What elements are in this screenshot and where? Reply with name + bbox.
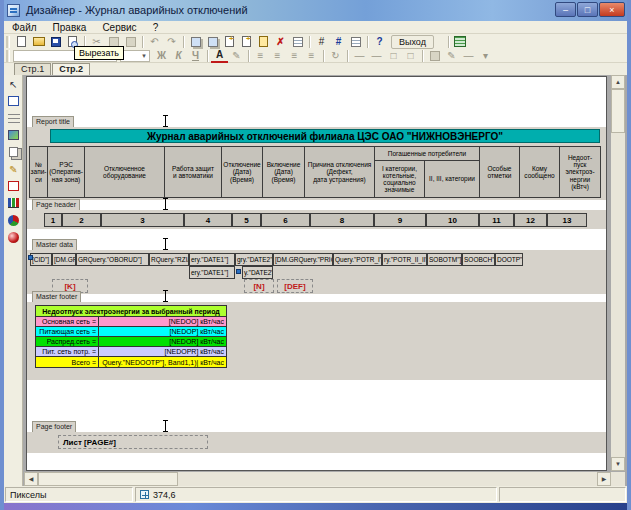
field-cell-nedootp[interactable]: DOOTP"]	[495, 253, 523, 266]
field-cell-date1[interactable]: ery."DATE1"]	[189, 253, 235, 266]
field-cell-oborud[interactable]: GRQuery."OBORUD"]	[76, 253, 149, 266]
page-footer-cell[interactable]: Лист [PAGE#]	[58, 435, 208, 449]
add-page-button[interactable]	[238, 35, 255, 49]
band-handle[interactable]	[162, 420, 169, 432]
close-button[interactable]: ×	[599, 2, 625, 17]
field-cell-time1[interactable]: ery."DATE1"]	[189, 266, 235, 279]
redo-button[interactable]: ↷	[163, 35, 180, 49]
data-dictionary-button[interactable]	[452, 35, 469, 49]
richtext-object-button[interactable]	[5, 178, 22, 194]
scroll-left-icon[interactable]: ◀	[24, 472, 38, 486]
align-right-button[interactable]: ≡	[286, 49, 303, 63]
frame-none-button[interactable]: □	[402, 49, 419, 63]
menu-help[interactable]: ?	[145, 22, 167, 33]
field-cell-n[interactable]: [N]	[244, 279, 274, 293]
line-style-button[interactable]: —	[460, 49, 477, 63]
minimize-button[interactable]: –	[555, 2, 576, 17]
header-cell-reported[interactable]: Кому сообщено	[519, 146, 560, 198]
field-cell-cid[interactable]: [CID"]	[30, 253, 52, 266]
subreport-object-button[interactable]	[5, 144, 22, 160]
number-cell[interactable]: 8	[310, 213, 374, 227]
number-cell[interactable]: 11	[479, 213, 514, 227]
exit-button[interactable]: Выход	[391, 35, 434, 49]
align-justify-button[interactable]: ≡	[303, 49, 320, 63]
line-color-button[interactable]: ✎	[443, 49, 460, 63]
header-cell-off[interactable]: Отключение (Дата) (Время)	[221, 146, 263, 198]
band-tab-page-footer[interactable]: Page footer	[32, 421, 76, 432]
frame-width-dropdown[interactable]: ▾	[477, 49, 494, 63]
horizontal-scrollbar[interactable]: ◀ ▶	[24, 472, 611, 486]
horizontal-scroll-thumb[interactable]	[38, 472, 178, 486]
align-center-button[interactable]: ≡	[269, 49, 286, 63]
header-cell-protection[interactable]: Работа защит и автоматики	[164, 146, 222, 198]
tab-page1[interactable]: Стр.1	[14, 63, 51, 75]
fill-color-button[interactable]	[426, 49, 443, 63]
open-report-button[interactable]	[30, 35, 47, 49]
undo-button[interactable]: ↶	[146, 35, 163, 49]
select-tool-button[interactable]: ↖	[5, 76, 22, 92]
field-cell-sobotm[interactable]: SOBOTM"]	[427, 253, 462, 266]
band-handle[interactable]	[162, 198, 169, 210]
field-cell-pric[interactable]: [DM.GRQuery."PRIC	[273, 253, 333, 266]
page-settings-button[interactable]	[289, 35, 306, 49]
number-cell[interactable]: 9	[374, 213, 426, 227]
field-cell-res[interactable]: [DM.GRQu	[52, 253, 76, 266]
band-tab-master-data[interactable]: Master data	[32, 239, 77, 250]
header-cell-category23[interactable]: II, III, категории	[424, 160, 480, 198]
align-left-button[interactable]: ≡	[252, 49, 269, 63]
field-cell-time2[interactable]: y."DATE2"]	[242, 266, 273, 279]
header-cell-notes[interactable]: Особые отметки	[479, 146, 520, 198]
toolbar-grip[interactable]	[6, 36, 10, 48]
number-cell[interactable]: 12	[514, 213, 547, 227]
show-grid-button[interactable]: #	[313, 35, 330, 49]
italic-button[interactable]: К	[170, 49, 187, 63]
number-cell[interactable]: 6	[261, 213, 310, 227]
summary-label-total[interactable]: Всего =	[35, 356, 99, 368]
chevron-down-icon[interactable]: ▾	[139, 51, 149, 61]
number-cell[interactable]: 4	[184, 213, 232, 227]
scroll-down-icon[interactable]: ▼	[611, 457, 625, 471]
chart-object-button[interactable]	[5, 195, 22, 211]
menu-edit[interactable]: Правка	[45, 22, 95, 33]
text-rotation-button[interactable]: ↻	[327, 49, 344, 63]
number-cell[interactable]: 5	[232, 213, 261, 227]
paste-button[interactable]	[122, 35, 139, 49]
font-size-combo[interactable]: ▾	[120, 50, 150, 62]
shape-object-button[interactable]	[5, 212, 22, 228]
band-handle[interactable]	[162, 290, 169, 302]
band-tab-master-footer[interactable]: Master footer	[32, 291, 81, 302]
save-report-button[interactable]	[47, 35, 64, 49]
field-cell-date2[interactable]: gry."DATE2"]	[235, 253, 273, 266]
number-cell[interactable]: 3	[101, 213, 184, 227]
summary-value-total[interactable]: Query."NEDOOTP"], Band1,1)| кВт/час	[98, 356, 227, 368]
delete-page-button[interactable]: ✗	[272, 35, 289, 49]
tab-page2[interactable]: Стр.2	[52, 63, 90, 75]
header-cell-undersupply[interactable]: Недоот- пуск электроэ- нергии (кВтч)	[559, 146, 601, 198]
vertical-scrollbar[interactable]: ▲ ▼	[611, 75, 625, 471]
snap-to-grid-button[interactable]: #	[330, 35, 347, 49]
header-cell-reason[interactable]: Причина отключения (Дефект, дата устране…	[304, 146, 375, 198]
header-cell-consumers-group[interactable]: Погашенные потребители	[374, 146, 480, 161]
vertical-scroll-thumb[interactable]	[611, 89, 625, 133]
header-cell-equipment[interactable]: Отключенное оборудование	[84, 146, 165, 198]
group-button[interactable]	[221, 35, 238, 49]
field-cell-soobch[interactable]: SOOBCH"]	[462, 253, 495, 266]
header-cell-category1[interactable]: I категории, котельные, социально значим…	[374, 160, 425, 198]
field-cell-potr23[interactable]: ry."POTR_II_II"]	[382, 253, 427, 266]
highlight-button[interactable]: ✎	[228, 49, 245, 63]
header-cell-on[interactable]: Включение (Дата) (Время)	[262, 146, 305, 198]
text-object-button[interactable]	[5, 93, 22, 109]
number-cell[interactable]: 10	[426, 213, 479, 227]
scroll-right-icon[interactable]: ▶	[597, 472, 611, 486]
font-color-button[interactable]: A	[211, 49, 228, 63]
band-handle[interactable]	[162, 115, 169, 127]
bring-to-front-button[interactable]	[187, 35, 204, 49]
draw-object-button[interactable]: ✎	[5, 161, 22, 177]
menu-file[interactable]: Файл	[4, 22, 45, 33]
field-cell-def[interactable]: [DEF]	[277, 279, 313, 293]
context-help-button[interactable]: ?	[371, 35, 388, 49]
report-title-cell[interactable]: Журнал аварийных отключений филиала ЦЭС …	[50, 129, 600, 143]
band-tab-report-title[interactable]: Report title	[32, 116, 74, 127]
ole-object-button[interactable]	[5, 229, 22, 245]
toolbar-grip[interactable]	[6, 50, 10, 62]
